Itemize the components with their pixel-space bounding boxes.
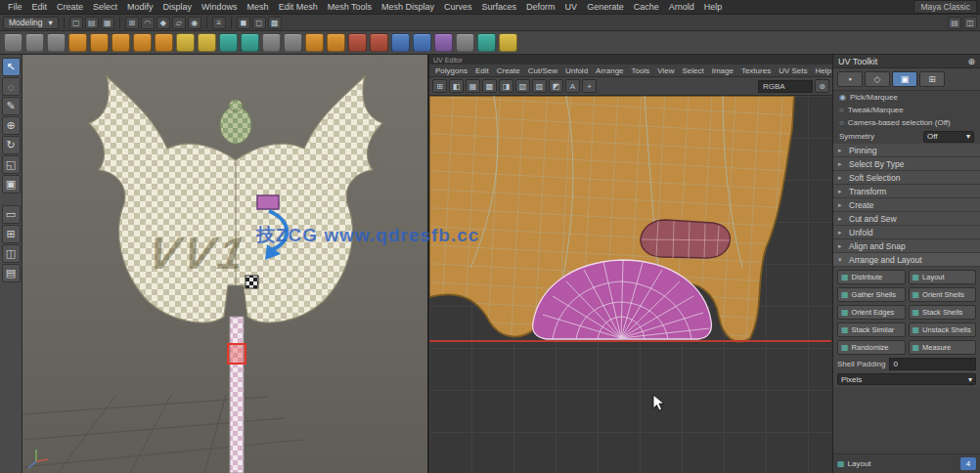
- uv-menu-unfold[interactable]: Unfold: [561, 66, 592, 75]
- gear-icon[interactable]: ⊛: [967, 57, 975, 66]
- section-select-by-type[interactable]: ▸ Select By Type: [833, 157, 980, 171]
- menu-file[interactable]: File: [3, 2, 27, 12]
- uv-border-display-icon[interactable]: ◩: [549, 79, 563, 93]
- shelf-icon-pyramid[interactable]: [284, 33, 302, 52]
- section-unfold[interactable]: ▸ Unfold: [833, 226, 980, 239]
- lasso-tool-icon[interactable]: ◌: [2, 77, 21, 96]
- edge-mode-button[interactable]: ◇: [865, 71, 890, 87]
- layout-four-pane-icon[interactable]: ⊞: [2, 225, 21, 243]
- section-transform[interactable]: ▸ Transform: [833, 185, 980, 198]
- layout-split-pane-icon[interactable]: ◫: [2, 244, 21, 263]
- shelf-icon-soccer[interactable]: [370, 33, 388, 52]
- paint-select-tool-icon[interactable]: ✎: [2, 97, 21, 115]
- uv-menu-arrange[interactable]: Arrange: [592, 66, 627, 75]
- shelf-icon-gear[interactable]: [348, 33, 367, 52]
- new-scene-icon[interactable]: ▢: [69, 17, 83, 29]
- layout-button[interactable]: ▦ Layout: [909, 270, 977, 284]
- uv-pixel-snap-icon[interactable]: +: [582, 79, 597, 93]
- shelf-icon-disc[interactable]: [241, 33, 259, 52]
- shelf-icon-plane[interactable]: [219, 33, 238, 52]
- menu-deform[interactable]: Deform: [521, 2, 560, 12]
- uv-editor-titlebar[interactable]: UV Editor: [429, 55, 832, 64]
- menu-display[interactable]: Display: [158, 2, 198, 12]
- face-mode-button[interactable]: ▣: [892, 71, 917, 87]
- layout-spin-value[interactable]: 4: [960, 457, 976, 470]
- shelf-icon-sphere[interactable]: [111, 33, 130, 52]
- rotate-tool-icon[interactable]: ↻: [2, 136, 21, 154]
- shelf-icon-harmonics[interactable]: [413, 33, 431, 52]
- measure-button[interactable]: ▦ Measure: [909, 340, 977, 355]
- uv-menu-cut-sew[interactable]: Cut/Sew: [524, 66, 561, 75]
- uv-menu-select[interactable]: Select: [678, 66, 707, 75]
- uv-image-display-icon[interactable]: ▦: [466, 79, 480, 93]
- render-icon[interactable]: ◼: [237, 17, 250, 29]
- uv-distortion-icon[interactable]: ▧: [515, 79, 530, 93]
- stack-similar-button[interactable]: ▦ Stack Similar: [837, 322, 906, 337]
- make-live-icon[interactable]: ◉: [188, 17, 201, 29]
- menu-edit-mesh[interactable]: Edit Mesh: [274, 2, 323, 12]
- menu-set-select[interactable]: Modeling ▾: [3, 17, 59, 29]
- uv-mode-button[interactable]: ⊞: [919, 71, 945, 87]
- uv-menu-tools[interactable]: Tools: [628, 66, 654, 75]
- open-scene-icon[interactable]: ▤: [85, 17, 99, 29]
- uv-menu-edit[interactable]: Edit: [471, 66, 493, 75]
- uv-shaded-display-icon[interactable]: ◨: [499, 79, 513, 93]
- shelf-icon-circle[interactable]: [68, 33, 87, 52]
- section-pinning[interactable]: ▸ Pinning: [833, 144, 980, 157]
- orient-edges-button[interactable]: ▦ Orient Edges: [837, 305, 906, 320]
- shelf-icon-ep-curve[interactable]: [4, 33, 22, 52]
- vertex-mode-button[interactable]: ▪: [837, 71, 863, 87]
- ipr-render-icon[interactable]: ◻: [252, 17, 266, 29]
- stack-shells-button[interactable]: ▦ Stack Shells: [909, 305, 977, 320]
- menu-select[interactable]: Select: [88, 2, 122, 12]
- save-scene-icon[interactable]: ▦: [101, 17, 114, 29]
- uv-menu-view[interactable]: View: [653, 66, 678, 75]
- select-tool-icon[interactable]: ↖: [2, 58, 21, 76]
- layout-single-pane-icon[interactable]: ▭: [2, 205, 21, 224]
- shelf-icon-square[interactable]: [90, 33, 109, 52]
- menu-windows[interactable]: Windows: [197, 2, 243, 12]
- menu-edit[interactable]: Edit: [27, 2, 53, 12]
- unstack-shells-button[interactable]: ▦ Unstack Shells: [909, 322, 977, 337]
- shell-padding-input[interactable]: [889, 358, 976, 370]
- shelf-icon-cylinder[interactable]: [155, 33, 173, 52]
- camera-based-selection-toggle[interactable]: ○ Camera-based selection (Off): [833, 116, 980, 129]
- uv-grid-toggle-icon[interactable]: ⊞: [432, 79, 447, 93]
- shelf-icon-superellipse[interactable]: [391, 33, 410, 52]
- shelf-icon-pipe[interactable]: [305, 33, 324, 52]
- uv-menu-create[interactable]: Create: [493, 66, 524, 75]
- uv-shell-maroon[interactable]: [641, 220, 730, 258]
- uv-menu-polygons[interactable]: Polygons: [431, 66, 471, 75]
- menu-mesh-display[interactable]: Mesh Display: [377, 2, 439, 12]
- shelf-icon-platonic[interactable]: [262, 33, 281, 52]
- uv-alpha-channel-icon[interactable]: A: [565, 79, 580, 93]
- last-tool-icon[interactable]: ▣: [2, 175, 21, 194]
- uv-isolate-icon[interactable]: ◧: [449, 79, 464, 93]
- menu-cache[interactable]: Cache: [629, 2, 664, 12]
- axe-knob[interactable]: [220, 107, 251, 144]
- orient-shells-button[interactable]: ▦ Orient Shells: [909, 287, 977, 302]
- menu-arnold[interactable]: Arnold: [664, 2, 699, 12]
- uv-menu-textures[interactable]: Textures: [737, 66, 775, 75]
- distribute-button[interactable]: ▦ Distribute: [837, 270, 906, 284]
- shelf-icon-helix[interactable]: [327, 33, 345, 52]
- menu-modify[interactable]: Modify: [122, 2, 158, 12]
- axe-handle[interactable]: [230, 317, 244, 473]
- render-settings-icon[interactable]: ▩: [268, 17, 282, 29]
- menu-curves[interactable]: Curves: [439, 2, 477, 12]
- snap-grid-icon[interactable]: ⊞: [125, 17, 139, 29]
- padding-unit-select[interactable]: Pixels ▾: [837, 373, 976, 385]
- selection-box[interactable]: [228, 344, 245, 364]
- section-align-and-snap[interactable]: ▸ Align and Snap: [833, 239, 980, 253]
- shelf-icon-pencil-curve[interactable]: [25, 33, 44, 52]
- scale-tool-icon[interactable]: ◱: [2, 155, 21, 174]
- section-soft-selection[interactable]: ▸ Soft Selection: [833, 171, 980, 185]
- construction-history-icon[interactable]: ≡: [212, 17, 226, 29]
- section-cut-and-sew[interactable]: ▸ Cut and Sew: [833, 212, 980, 226]
- shelf-icon-boolean-difference[interactable]: [477, 33, 496, 52]
- menu-mesh-tools[interactable]: Mesh Tools: [323, 2, 377, 12]
- uv-checker-icon[interactable]: ▨: [532, 79, 547, 93]
- uv-canvas[interactable]: [429, 96, 832, 473]
- shelf-icon-boolean-intersection[interactable]: [499, 33, 517, 52]
- workspace-select[interactable]: Maya Classic: [913, 0, 977, 14]
